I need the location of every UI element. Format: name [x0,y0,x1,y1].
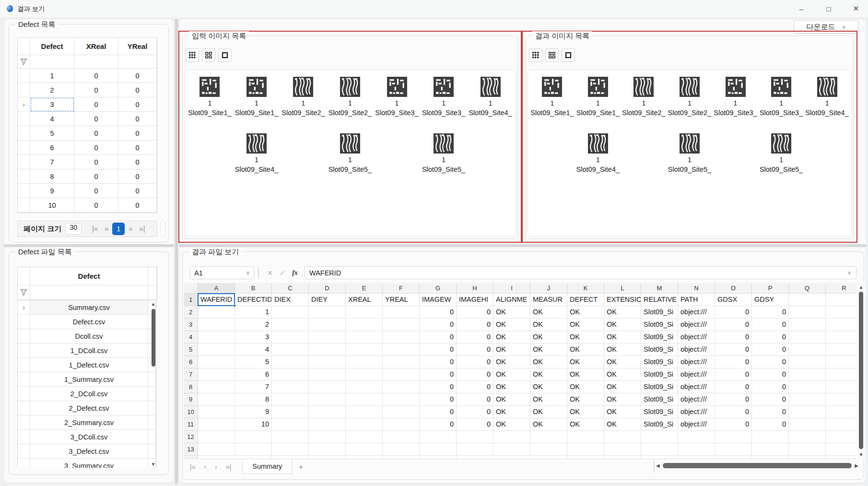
grid-cell[interactable] [826,356,856,368]
sheet-first-button[interactable]: |« [186,463,199,471]
grid-cell[interactable]: 3 [235,331,272,344]
sheet-hscroll-thumb[interactable] [663,463,852,468]
file-list-item[interactable]: 2_Summary.csv [30,415,148,430]
input-thumbnail-item[interactable]: 1Slot09_Site1_ [188,77,231,133]
wafer-thumbnail-image[interactable] [817,77,837,97]
row-selector[interactable] [18,444,30,459]
column-header-K[interactable]: K [567,283,604,294]
column-header-P[interactable]: P [752,283,789,294]
row-selector[interactable] [18,155,30,169]
grid-cell[interactable]: OK [567,344,604,356]
filter-icon[interactable] [18,55,30,69]
row-header[interactable]: 7 [184,368,198,381]
grid-cell[interactable]: 6 [235,368,272,381]
grid-cell[interactable] [346,356,383,368]
defect-cell-defect[interactable]: 5 [30,126,74,141]
row-selector[interactable] [18,329,30,344]
grid-cell[interactable] [198,443,235,456]
grid-cell[interactable]: 0 [420,331,457,344]
file-list-item[interactable]: 1_Defect.csv [30,358,148,372]
grid-cell[interactable] [826,368,856,381]
grid-cell[interactable]: OK [530,381,567,393]
wafer-thumbnail-image[interactable] [293,77,313,97]
row-selector[interactable] [18,69,30,83]
row-selector[interactable] [18,184,30,198]
pager-last-button[interactable]: »| [136,225,148,233]
grid-cell[interactable]: 4 [235,344,272,356]
grid-cell[interactable]: 0 [420,393,457,406]
defect-cell-defect[interactable]: 9 [30,184,74,198]
grid-cell[interactable]: OK [530,418,567,431]
column-header-G[interactable]: G [420,283,457,294]
row-header[interactable]: 2 [184,306,198,319]
grid-cell[interactable] [604,443,641,456]
grid-cell[interactable] [346,381,383,393]
grid-cell[interactable] [272,406,309,418]
grid-cell[interactable]: OK [567,406,604,418]
result-thumbnail-item[interactable]: 1Slot09_Site2_ [668,77,711,133]
grid-cell[interactable] [789,381,826,393]
grid-cell[interactable]: OK [493,331,530,344]
grid-cell[interactable] [198,368,235,381]
grid-cell[interactable] [346,431,383,443]
grid-cell[interactable]: 0 [420,356,457,368]
grid-cell[interactable]: Slot09_Si [641,306,678,319]
grid-cell[interactable]: GDSX [715,294,752,306]
grid-cell[interactable]: OK [493,319,530,331]
input-thumbnail-item[interactable]: 1Slot09_Site2_ [282,77,325,133]
result-thumbnail-item[interactable]: 1Slot09_Site1_ [576,77,620,133]
row-selector[interactable]: › [18,300,30,315]
grid-cell[interactable]: 7 [235,381,272,393]
wafer-thumbnail-image[interactable] [340,133,360,154]
sheet-vscroll-thumb[interactable] [859,292,863,449]
grid-cell[interactable] [567,431,604,443]
result-thumbnail-item[interactable]: 1Slot09_Site3_ [760,77,803,133]
grid-cell[interactable]: 0 [420,381,457,393]
pager-current-page[interactable]: 1 [112,223,125,235]
grid-cell[interactable] [641,431,678,443]
defect-cell-yreal[interactable]: 0 [118,97,157,112]
grid-cell[interactable] [272,443,309,456]
file-column-header[interactable]: Defect [30,267,148,285]
grid-cell[interactable]: OK [530,331,567,344]
grid-cell[interactable] [383,319,420,331]
defect-cell-yreal[interactable]: 0 [118,69,157,83]
row-header[interactable]: 9 [184,393,198,406]
formula-bar-handle[interactable] [258,268,260,278]
grid-cell[interactable] [198,319,235,331]
grid-2x2-icon[interactable] [545,48,559,62]
grid-cell[interactable] [715,431,752,443]
grid-cell[interactable]: 2 [235,319,272,331]
row-header[interactable]: 5 [184,344,198,356]
wafer-thumbnail-image[interactable] [726,77,746,97]
sheet-next-button[interactable]: › [211,463,222,471]
defect-cell-xreal[interactable]: 0 [74,184,118,198]
grid-cell[interactable]: OK [530,393,567,406]
row-header[interactable]: 4 [184,331,198,344]
grid-cell[interactable]: 5 [235,356,272,368]
grid-cell[interactable]: OK [530,319,567,331]
grid-cell[interactable] [789,368,826,381]
row-selector[interactable] [18,141,30,155]
formula-confirm-button[interactable]: ✓ [276,267,289,279]
grid-cell[interactable]: RELATIVE [641,294,678,306]
grid-cell[interactable]: DEFECT [567,294,604,306]
row-selector[interactable]: › [18,97,30,112]
wafer-thumbnail-image[interactable] [434,133,454,154]
grid-cell[interactable]: object:/// [678,344,715,356]
grid-cell[interactable]: Slot09_Si [641,368,678,381]
grid-cell[interactable] [826,393,856,406]
grid-cell[interactable]: OK [530,344,567,356]
grid-cell[interactable]: XREAL [346,294,383,306]
grid-cell[interactable]: OK [530,368,567,381]
grid-cell[interactable] [826,306,856,319]
input-thumbnail-item[interactable]: 1Slot09_Site2_ [328,77,372,133]
grid-cell[interactable] [420,431,457,443]
grid-cell[interactable]: 1 [235,306,272,319]
column-header-B[interactable]: B [235,283,272,294]
grid-cell[interactable]: Slot09_Si [641,331,678,344]
grid-cell[interactable]: OK [493,381,530,393]
single-view-icon[interactable] [562,48,575,62]
grid-cell[interactable] [789,344,826,356]
grid-cell[interactable]: Slot09_Si [641,319,678,331]
